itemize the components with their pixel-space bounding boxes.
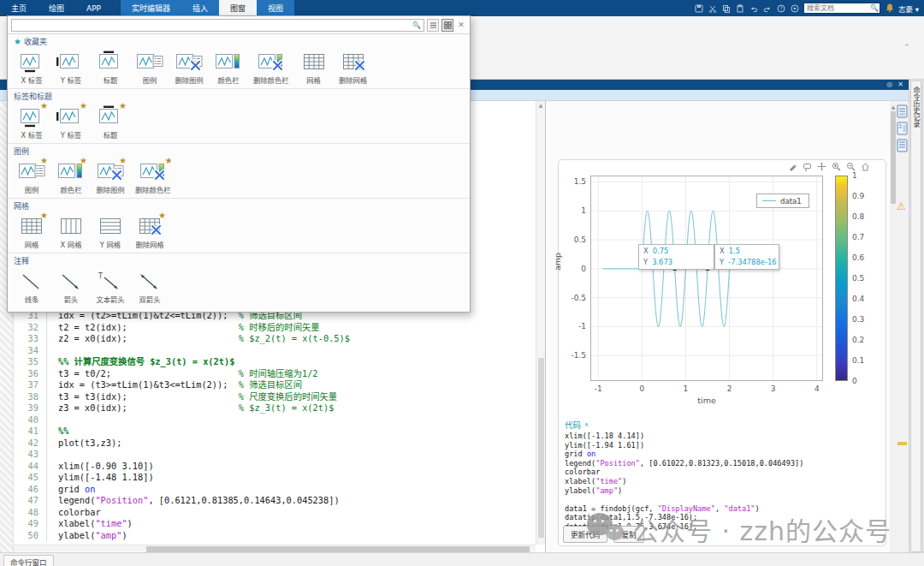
gallery-search-box[interactable]: 🔍 [11,19,424,32]
editor-vscroll-thumb[interactable] [538,358,544,538]
annotation-marker[interactable] [897,442,907,445]
gallery-item-删除颜色栏[interactable]: 删除颜色栏 [250,49,293,86]
gallery-item-X 标签[interactable]: ★X 标签 [14,104,50,141]
tab-绘图[interactable]: 绘图 [38,0,75,16]
gallery-item-文本箭头[interactable]: T文本箭头 [92,268,128,306]
gallery-item-删除网格[interactable]: 删除网格 [335,49,371,86]
code-line[interactable]: 34 [14,345,536,357]
gallery-item-网格[interactable]: 网格 [296,49,332,86]
code-line[interactable]: 50ylabel("amp") [14,530,536,542]
code-line[interactable]: 33z2 = x0(idx); % $z_2(t) = x(t-0.5)$ [14,333,536,345]
tab-主页[interactable]: 主页 [0,0,38,16]
output-right-button[interactable] [897,122,908,135]
code-line[interactable]: 42plot(t3,z3); [14,438,536,450]
pan-icon[interactable] [816,162,826,172]
gallery-item-图例[interactable]: ★图例 [14,158,50,196]
dock-tab-命令历史记录[interactable]: 命令历史记录 [910,80,921,552]
code-line[interactable]: 47legend("Position", [0.6121,0.81385,0.1… [14,495,536,507]
help-icon[interactable]: ? [775,3,786,14]
paste-icon[interactable] [734,3,745,14]
editor-figure-splitter[interactable] [545,101,546,552]
code-line[interactable]: 44xlim([-0.90 3.10]) [14,461,536,473]
gallery-item-颜色栏[interactable]: ★颜色栏 [53,158,89,196]
cut-icon[interactable] [707,3,718,14]
editor-hscroll-thumb[interactable] [146,546,530,552]
search-icon[interactable]: 🔍 [870,4,879,12]
gallery-item-Y 网格[interactable]: Y 网格 [92,213,128,251]
save-icon[interactable] [693,3,704,14]
user-menu[interactable]: 志豪 ▾ [898,3,919,14]
gallery-item-删除图例[interactable]: 删除图例 [171,49,207,86]
redo-icon[interactable] [761,3,773,14]
code-line[interactable]: 49xlabel("time") [14,518,536,530]
gallery-item-Y 标签[interactable]: Y 标签 [53,49,89,86]
zoom-in-icon[interactable] [831,162,841,172]
datatip-1[interactable]: X0.75Y3.673 [638,244,714,270]
code-line[interactable]: 45ylim([-1.48 1.18]) [14,472,536,484]
doc-close-icon[interactable]: ✕ [897,80,903,88]
code-line[interactable]: 48colorbar [14,507,536,519]
gallery-item-箭头[interactable]: 箭头 [53,268,89,306]
editor-horizontal-scrollbar[interactable] [14,545,536,552]
undo-icon[interactable] [748,3,759,14]
doc-search-input[interactable] [807,4,870,12]
output-inline-button[interactable] [897,104,908,118]
community-icon[interactable] [789,3,800,14]
code-line[interactable]: 43 [14,449,536,461]
code-line[interactable]: 35%% 计算尺度变换信号 $z_3(t) = x(2t)$ [14,356,536,368]
code-line[interactable]: 41%% [14,426,536,438]
figure-vertical-scrollbar[interactable]: ▲ [890,103,897,551]
gallery-item-删除网格[interactable]: ★删除网格 [132,213,168,251]
tab-视图[interactable]: 视图 [257,0,294,16]
scroll-up-arrow-icon[interactable]: ▲ [536,101,545,110]
gallery-item-X 标签[interactable]: X 标签 [14,49,50,86]
favorite-badge-icon: ★ [119,101,127,110]
editor-code-lines[interactable]: 31idx = (t2>=tLim(1)&t2<=tLim(2)); % 筛选目… [14,310,536,541]
notification-bell-icon[interactable] [884,3,895,14]
code-line[interactable]: 38t3 = t3(idx); % 尺度变换后的时间矢量 [14,391,536,403]
gallery-item-标题[interactable]: ★标题 [92,104,128,141]
figure-code-toggle[interactable]: 代码∧ [565,419,589,431]
gallery-search-input[interactable] [12,21,412,29]
gallery-close-icon[interactable]: ✕ [456,21,466,29]
figure-vscroll-thumb[interactable] [891,111,896,204]
tab-实时编辑器[interactable]: 实时编辑器 [121,0,181,16]
gallery-item-Y 标签[interactable]: ★Y 标签 [53,104,89,141]
list-view-button[interactable] [427,19,439,32]
gallery-item-网格[interactable]: ★网格 [14,213,50,251]
gallery-item-线条[interactable]: 线条 [14,268,50,306]
tab-APP[interactable]: APP [75,0,112,16]
tab-图窗[interactable]: 图窗 [219,0,257,16]
copy-icon[interactable] [720,3,732,14]
gallery-item-删除图例[interactable]: ★删除图例 [92,158,128,196]
gallery-item-删除颜色栏[interactable]: ★删除颜色栏 [132,158,175,196]
doc-search-box[interactable]: 🔍 [803,3,880,14]
warning-icon[interactable]: ⚠ [897,200,906,212]
command-window-tab[interactable]: 命令行窗口 [3,555,54,566]
scroll-up-arrow-icon[interactable]: ▲ [890,103,897,111]
home-icon[interactable] [860,162,870,172]
editor-vertical-scrollbar[interactable]: ▲ [536,101,545,545]
doc-window-menu-icon[interactable]: ◎ [886,80,892,88]
code-line[interactable]: 39z3 = x0(idx); % $z_3(t) = x(2t)$ [14,402,536,414]
tab-插入[interactable]: 插入 [181,0,219,16]
plot-legend[interactable]: data1 [756,194,809,208]
gallery-item-标题[interactable]: 标题 [92,49,128,86]
datatip-icon[interactable] [802,162,812,172]
brush-icon[interactable] [787,162,797,172]
grid-view-button[interactable] [441,19,453,32]
code-line[interactable]: 37idx = (t3>=tLim(1)&t3<=tLim(2)); % 筛选目… [14,379,536,391]
colorbar-tick-label: 0.5 [852,274,873,283]
code-line[interactable]: 36t3 = t0/2; % 时间轴压缩为1/2 [14,368,536,380]
ribbon-collapse-icon[interactable]: ⌃ [903,43,910,51]
gallery-item-图例[interactable]: 图例 [132,49,168,86]
datatip-2[interactable]: X1.5Y-7.34788e-16 [714,244,779,270]
code-line[interactable]: 46grid on [14,484,536,496]
zoom-out-icon[interactable] [845,162,856,172]
gallery-item-颜色栏[interactable]: 颜色栏 [210,49,246,86]
code-line[interactable]: 32t2 = t2(idx); % 时移后的时间矢量 [14,322,536,334]
gallery-item-双箭头[interactable]: 双箭头 [132,268,168,306]
output-hide-button[interactable] [897,139,908,152]
code-line[interactable]: 40 [14,414,536,426]
gallery-item-X 网格[interactable]: X 网格 [53,213,89,251]
